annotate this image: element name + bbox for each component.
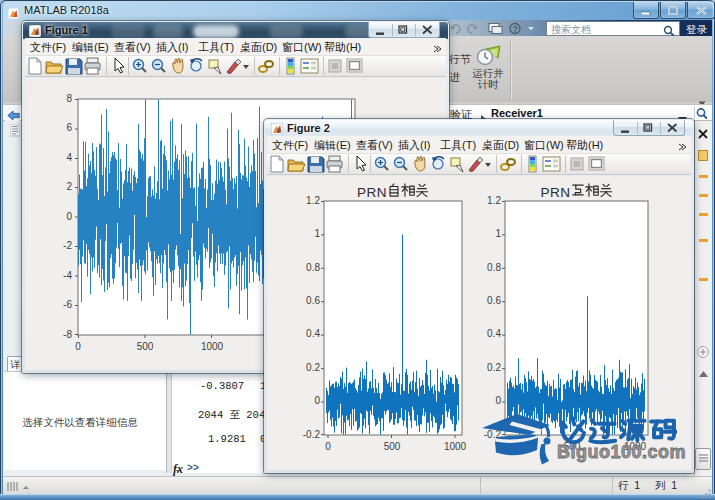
svg-text:?: ? [512,24,517,34]
